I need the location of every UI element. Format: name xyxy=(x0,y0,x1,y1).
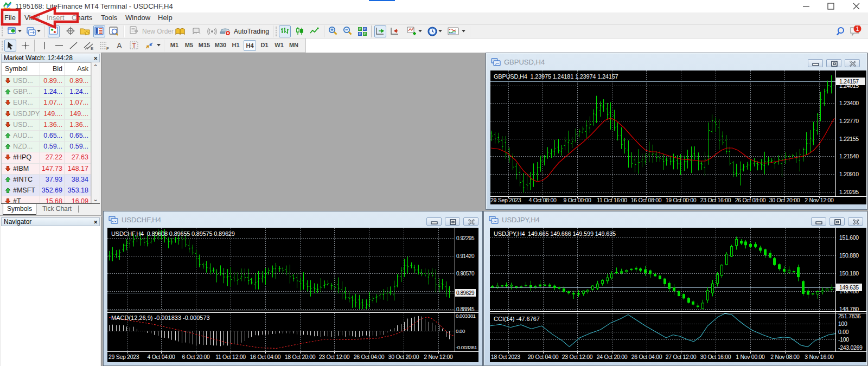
svg-text:23 Oct 16:00: 23 Oct 16:00 xyxy=(700,197,731,203)
svg-text:149.635: 149.635 xyxy=(839,284,859,291)
svg-text:0.91420: 0.91420 xyxy=(456,253,475,259)
svg-text:29 Sep 2023: 29 Sep 2023 xyxy=(108,354,139,360)
svg-text:148.780: 148.780 xyxy=(839,306,859,312)
svg-text:0.88845: 0.88845 xyxy=(456,306,475,312)
svg-text:0.003381: 0.003381 xyxy=(456,313,476,319)
svg-text:-243.0269: -243.0269 xyxy=(838,344,863,351)
svg-text:30 Oct 16:00: 30 Oct 16:00 xyxy=(700,354,731,360)
svg-text:2 Nov 12:00: 2 Nov 12:00 xyxy=(424,354,453,360)
svg-text:26 Oct 04:00: 26 Oct 04:00 xyxy=(631,354,662,360)
svg-text:11 Oct 16:00: 11 Oct 16:00 xyxy=(597,197,627,203)
svg-text:E: E xyxy=(91,46,93,50)
svg-text:0.00: 0.00 xyxy=(838,329,849,335)
svg-text:1.24157: 1.24157 xyxy=(839,78,859,85)
svg-text:T: T xyxy=(132,42,136,49)
svg-text:23 Oct 12:00: 23 Oct 12:00 xyxy=(562,354,593,360)
svg-text:16 Oct 08:00: 16 Oct 08:00 xyxy=(631,197,662,203)
svg-text:USDCHF,H4 0.89608 0.89655 0.8: USDCHF,H4 0.89608 0.89655 0.89575 0.8962… xyxy=(111,230,235,237)
svg-text:MACD(12,26,9) -0.001833 -0.000: MACD(12,26,9) -0.001833 -0.000573 xyxy=(111,314,210,321)
svg-text:151.600: 151.600 xyxy=(839,234,859,241)
svg-text:23 Oct 12:00: 23 Oct 12:00 xyxy=(319,354,350,360)
svg-text:0.89629: 0.89629 xyxy=(456,290,475,296)
svg-text:USDJPY,H4 149.665 149.666 149: USDJPY,H4 149.665 149.666 149.599 149.63… xyxy=(494,230,616,237)
svg-text:F: F xyxy=(106,46,109,50)
svg-text:26 Oct 04:00: 26 Oct 04:00 xyxy=(354,354,385,360)
svg-text:150.180: 150.180 xyxy=(839,270,859,277)
svg-text:2 Nov 08:00: 2 Nov 08:00 xyxy=(770,354,800,360)
svg-text:20 Oct 04:00: 20 Oct 04:00 xyxy=(528,354,559,360)
svg-text:-0.003361: -0.003361 xyxy=(456,344,477,350)
svg-text:CCI(14) -47.6767: CCI(14) -47.6767 xyxy=(494,316,540,322)
svg-text:1.20295: 1.20295 xyxy=(839,189,859,195)
svg-text:30 Oct 20:00: 30 Oct 20:00 xyxy=(388,354,419,360)
svg-text:1.22155: 1.22155 xyxy=(839,136,859,142)
svg-text:251.7836: 251.7836 xyxy=(838,313,861,319)
svg-text:2 Nov 12:00: 2 Nov 12:00 xyxy=(805,197,834,203)
svg-text:18 Oct 20:00: 18 Oct 20:00 xyxy=(285,354,316,360)
svg-text:3 Nov 16:00: 3 Nov 16:00 xyxy=(805,354,834,360)
svg-text:1.23400: 1.23400 xyxy=(839,100,859,106)
svg-text:19 Oct 00:00: 19 Oct 00:00 xyxy=(666,197,697,203)
svg-text:11 Oct 12:00: 11 Oct 12:00 xyxy=(215,354,246,360)
svg-text:-100: -100 xyxy=(838,336,849,343)
svg-text:1.21540: 1.21540 xyxy=(839,153,859,159)
svg-text:18 Oct 2023: 18 Oct 2023 xyxy=(491,354,520,360)
svg-text:16 Oct 04:00: 16 Oct 04:00 xyxy=(250,354,281,360)
svg-text:4 Oct 04:00: 4 Oct 04:00 xyxy=(148,354,175,360)
svg-text:4 Oct 08:00: 4 Oct 08:00 xyxy=(529,197,557,203)
svg-text:30 Oct 20:00: 30 Oct 20:00 xyxy=(769,197,800,203)
svg-text:29 Sep 2023: 29 Sep 2023 xyxy=(490,197,521,203)
svg-text:27 Oct 12:00: 27 Oct 12:00 xyxy=(666,354,697,360)
svg-text:1: 1 xyxy=(856,25,859,32)
svg-text:24 Oct 20:00: 24 Oct 20:00 xyxy=(597,354,628,360)
svg-text:0.90570: 0.90570 xyxy=(456,271,475,277)
svg-text:1.22770: 1.22770 xyxy=(839,118,859,124)
svg-text:6 Oct 20:00: 6 Oct 20:00 xyxy=(182,354,210,360)
svg-text:GBPUSD,H4 1.23975 1.24181 1.2: GBPUSD,H4 1.23975 1.24181 1.23974 1.2415… xyxy=(494,73,618,80)
svg-text:0.00: 0.00 xyxy=(456,328,465,334)
svg-text:9 Oct 00:00: 9 Oct 00:00 xyxy=(564,197,591,203)
svg-text:150.880: 150.880 xyxy=(839,252,859,259)
svg-text:A: A xyxy=(117,41,122,50)
svg-text:0.92295: 0.92295 xyxy=(456,235,475,241)
svg-text:1 Nov 00:00: 1 Nov 00:00 xyxy=(736,354,765,360)
svg-text:26 Oct 08:00: 26 Oct 08:00 xyxy=(735,197,766,203)
svg-text:1.20910: 1.20910 xyxy=(839,171,859,177)
svg-text:100: 100 xyxy=(838,320,847,327)
